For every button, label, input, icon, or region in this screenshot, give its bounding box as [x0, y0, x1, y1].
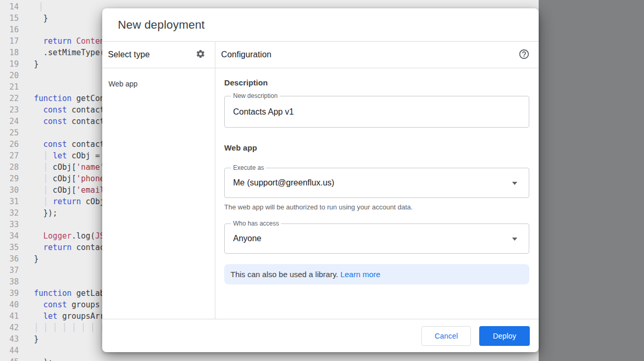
configuration-header: Configuration [215, 42, 539, 68]
execute-as-select[interactable]: Execute as Me (support@greenflux.us) [224, 168, 529, 198]
library-info-box: This can also be used a library. Learn m… [224, 264, 529, 284]
help-button[interactable] [517, 48, 531, 61]
dialog-titlebar: New deployment [102, 8, 539, 41]
execute-as-value: Me (support@greenflux.us) [233, 178, 334, 188]
chevron-down-icon [512, 238, 517, 241]
help-circle-icon [518, 48, 530, 61]
dialog-footer: Cancel Deploy [102, 319, 539, 352]
deploy-button[interactable]: Deploy [479, 326, 530, 346]
web-app-heading: Web app [224, 143, 529, 152]
library-info-text: This can also be used a library. [230, 270, 341, 279]
configuration-panel: Configuration Description New descriptio… [215, 42, 539, 319]
type-item-web-app[interactable]: Web app [102, 72, 215, 95]
new-deployment-dialog: New deployment Select type Web app Confi… [102, 8, 539, 352]
select-type-header: Select type [102, 42, 215, 68]
configuration-title: Configuration [221, 50, 271, 59]
who-has-access-select[interactable]: Who has access Anyone [224, 223, 529, 254]
desktop-gray-area [539, 0, 644, 361]
learn-more-link[interactable]: Learn more [341, 270, 381, 279]
execute-as-label: Execute as [231, 164, 266, 172]
who-has-access-value: Anyone [233, 234, 261, 243]
description-field-value: Contacts App v1 [233, 107, 294, 117]
cancel-button[interactable]: Cancel [421, 326, 471, 346]
configuration-form: Description New description Contacts App… [215, 68, 539, 319]
select-type-panel: Select type Web app [102, 42, 215, 319]
description-field-label: New description [231, 92, 280, 100]
select-type-title: Select type [108, 50, 150, 59]
who-has-access-label: Who has access [231, 220, 281, 228]
deployment-type-list: Web app [102, 68, 215, 95]
dialog-title: New deployment [118, 18, 205, 32]
description-field[interactable]: New description Contacts App v1 [224, 96, 529, 128]
gear-icon [196, 49, 205, 60]
deployment-settings-button[interactable] [193, 48, 207, 61]
chevron-down-icon [512, 182, 517, 185]
description-heading: Description [224, 78, 529, 87]
execute-as-helper-text: The web app will be authorized to run us… [224, 203, 529, 211]
dialog-body: Select type Web app Configuration [102, 41, 539, 319]
